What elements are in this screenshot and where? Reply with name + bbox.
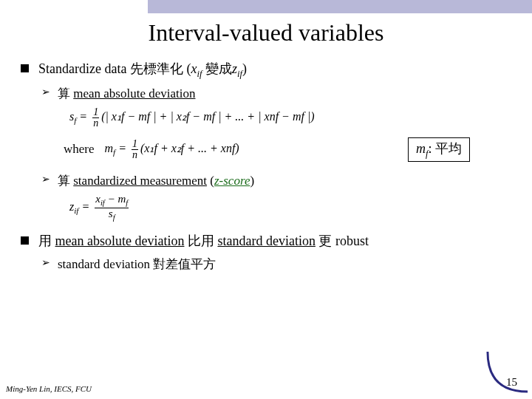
boxed-mf-mean: mf: 平均 [408,137,470,162]
text: 用 [38,233,55,248]
sub-bullet-zscore: 算 standardized measurement (z-score) [25,172,514,190]
eq: = [115,142,129,154]
bullet-standardize: Standardize data 先標準化 (xif 變成zif) [25,60,514,81]
slide-title: Interval-valued variables [0,19,532,47]
sf-body: (| x₁f − mf | + | x₂f − mf | + ... + | x… [101,110,314,123]
text: ) [242,61,247,76]
text: Standardize data 先標準化 ( [38,61,191,76]
term-mad: mean absolute deviation [73,86,195,100]
mf-body: (x₁f + x₂f + ... + xnf) [140,142,239,154]
term-std-meas: standardized measurement [73,174,207,188]
term-mad-2: mean absolute deviation [55,233,185,248]
paren-open: ( [207,174,214,188]
mf-lhs: m [105,142,114,154]
sub-bullet-mad: 算 mean absolute deviation [25,85,514,103]
var-zif-z: z [232,61,237,76]
text: 更 robust [316,233,369,248]
term-stddev: standard deviation [217,233,315,248]
mf-var: m [416,141,426,156]
text: standard deviation 對差值平方 [58,257,216,271]
eq: = [78,200,92,213]
slide-content: Standardize data 先標準化 (xif 變成zif) 算 mean… [0,60,532,273]
eq: = [76,110,90,123]
text: 算 [58,86,73,100]
sub-bullet-stddev-sq: standard deviation 對差值平方 [25,256,514,273]
top-decor-band [0,0,532,13]
paren-close: ) [250,174,254,188]
frac-1-n-2: 1n [132,139,138,160]
mf-rest: : 平均 [428,141,462,156]
text: 比用 [184,233,217,248]
formula-zif: zif = xif − mfsf [25,194,514,222]
bullet-robust: 用 mean absolute deviation 比用 standard de… [25,232,514,250]
frac-1-n: 1n [92,107,99,129]
formula-sf: sf = 1n(| x₁f − mf | + | x₂f − mf | + ..… [25,107,514,129]
frac-zif: xif − mfsf [95,194,129,222]
footer-author: Ming-Yen Lin, IECS, FCU [6,384,92,393]
formula-mf: mf = 1n(x₁f + x₂f + ... + xnf) [105,139,239,160]
zscore-term: z-score [214,174,250,188]
var-zif-sub: if [237,69,242,79]
page-number: 15 [506,376,517,389]
where-row: where mf = 1n(x₁f + x₂f + ... + xnf) mf:… [25,137,514,162]
text: 算 [58,174,73,188]
text: 變成 [202,61,232,76]
where-label: where [64,142,95,157]
